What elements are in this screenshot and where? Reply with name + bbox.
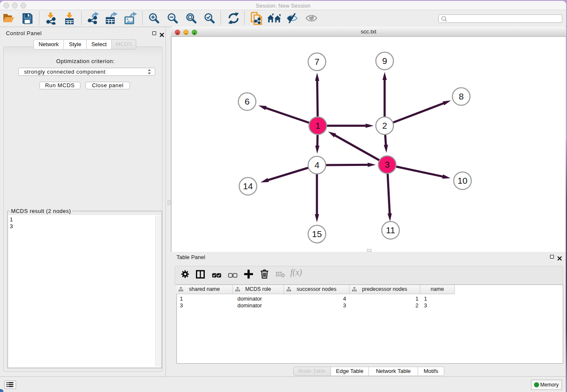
svg-text:8: 8 [459,91,464,101]
svg-text:11: 11 [386,225,395,235]
svg-text:4: 4 [314,160,319,170]
svg-text:6: 6 [245,97,250,106]
svg-text:9: 9 [382,56,387,66]
svg-text:7: 7 [314,57,319,66]
svg-text:1: 1 [315,121,320,130]
svg-text:2: 2 [382,121,387,130]
svg-text:10: 10 [457,176,467,185]
svg-text:14: 14 [243,181,253,191]
svg-text:15: 15 [312,229,322,239]
svg-text:3: 3 [385,160,390,169]
